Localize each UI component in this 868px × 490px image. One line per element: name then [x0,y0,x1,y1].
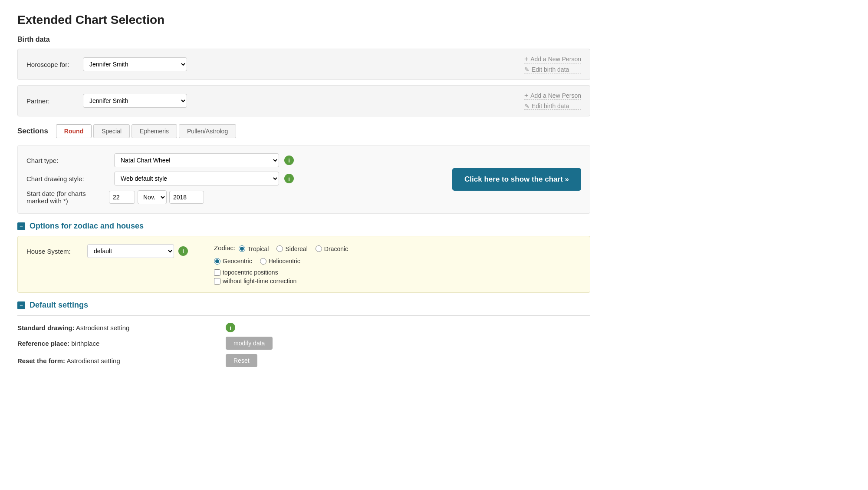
reset-form-row: Reset the form: Astrodienst setting Rese… [17,354,590,367]
options-grid: House System: default Placidus Koch Equa… [26,244,581,285]
start-date-day-input[interactable] [109,191,135,204]
plus-icon-2: + [524,92,528,99]
modify-data-button[interactable]: modify data [226,337,273,350]
edit-icon-1: ✎ [524,66,529,73]
birth-data-section-label: Birth data [17,36,590,43]
start-date-year-input[interactable] [169,191,204,204]
standard-drawing-row: Standard drawing: Astrodienst setting i [17,323,590,332]
house-system-col: House System: default Placidus Koch Equa… [26,244,188,258]
tropical-radio[interactable] [239,245,245,252]
horoscope-select[interactable]: Jennifer Smith [83,57,187,71]
heliocentric-radio[interactable] [260,258,266,265]
geocentric-option[interactable]: Geocentric [214,258,252,265]
standard-drawing-label: Standard drawing: Astrodienst setting [17,324,226,331]
add-new-person-link-2[interactable]: + Add a New Person [524,92,581,100]
horoscope-label: Horoscope for: [26,61,83,68]
house-system-info-icon[interactable]: i [178,246,188,256]
partner-actions: + Add a New Person ✎ Edit birth data [524,92,581,110]
partner-label: Partner: [26,97,83,105]
tab-pullen[interactable]: Pullen/Astrolog [179,124,236,138]
default-settings-header[interactable]: − Default settings [17,301,590,310]
zodiac-section-title: Options for zodiac and houses [30,222,144,231]
house-system-label: House System: [26,248,83,255]
edit-birth-data-link-2[interactable]: ✎ Edit birth data [524,103,581,110]
partner-row: Partner: Jennifer Smith + Add a New Pers… [17,85,590,116]
zodiac-label: Zodiac: [214,244,235,252]
reference-place-label: Reference place: birthplace [17,340,226,347]
chart-type-row: Chart type: Natal Chart Wheel Solar Arc … [26,153,581,167]
partner-select[interactable]: Jennifer Smith [83,94,187,108]
checkbox-options: topocentric positions without light-time… [214,269,348,285]
plus-icon-1: + [524,55,528,63]
house-system-select[interactable]: default Placidus Koch Equal [87,244,174,258]
edit-birth-data-link-1[interactable]: ✎ Edit birth data [524,66,581,73]
no-light-time-option[interactable]: without light-time correction [214,278,348,285]
collapse-zodiac-icon: − [17,222,25,230]
no-light-time-checkbox[interactable] [214,278,220,285]
draconic-radio[interactable] [316,245,322,252]
add-new-person-link-1[interactable]: + Add a New Person [524,55,581,63]
topocentric-option[interactable]: topocentric positions [214,269,348,276]
date-inputs: Jan.Feb.Mar. Apr.MayJun. Jul.Aug.Sep. Oc… [109,190,204,204]
show-chart-button[interactable]: Click here to show the chart » [452,168,581,191]
zodiac-col: Zodiac: Tropical Sidereal Draconic [214,244,348,285]
chart-drawing-select[interactable]: Web default style Dark style Classic sty… [114,172,279,185]
tab-round[interactable]: Round [56,124,92,138]
chart-drawing-label: Chart drawing style: [26,175,109,182]
chart-type-info-icon[interactable]: i [284,156,294,165]
default-settings-title: Default settings [30,301,88,310]
sidereal-option[interactable]: Sidereal [276,245,307,252]
reference-place-row: Reference place: birthplace modify data [17,337,590,350]
reset-button[interactable]: Reset [226,354,257,367]
zodiac-main-row: Tropical Sidereal Draconic [239,245,348,252]
zodiac-options-panel: House System: default Placidus Koch Equa… [17,236,590,293]
sections-title: Sections [17,127,48,136]
tropical-option[interactable]: Tropical [239,245,269,252]
reset-form-label: Reset the form: Astrodienst setting [17,357,226,364]
zodiac-section-header[interactable]: − Options for zodiac and houses [17,222,590,231]
horoscope-row: Horoscope for: Jennifer Smith + Add a Ne… [17,49,590,80]
standard-drawing-info-icon[interactable]: i [226,323,235,332]
sections-row: Sections Round Special Ephemeris Pullen/… [17,124,590,138]
position-row: Geocentric Heliocentric [214,258,348,265]
heliocentric-option[interactable]: Heliocentric [260,258,300,265]
chart-selection-panel: Chart type: Natal Chart Wheel Solar Arc … [17,145,590,214]
edit-icon-2: ✎ [524,103,529,109]
collapse-default-icon: − [17,301,25,309]
start-date-month-select[interactable]: Jan.Feb.Mar. Apr.MayJun. Jul.Aug.Sep. Oc… [138,190,167,204]
page-title: Extended Chart Selection [17,13,590,27]
horoscope-actions: + Add a New Person ✎ Edit birth data [524,55,581,73]
default-settings-panel: Standard drawing: Astrodienst setting i … [17,315,590,367]
draconic-option[interactable]: Draconic [316,245,348,252]
topocentric-checkbox[interactable] [214,269,220,276]
sidereal-radio[interactable] [276,245,283,252]
geocentric-radio[interactable] [214,258,220,265]
tab-special[interactable]: Special [93,124,130,138]
start-date-label: Start date (for charts marked with *) [26,190,109,205]
chart-type-label: Chart type: [26,157,109,164]
chart-drawing-info-icon[interactable]: i [284,174,294,183]
start-date-row: Start date (for charts marked with *) Ja… [26,190,581,205]
tab-ephemeris[interactable]: Ephemeris [132,124,177,138]
chart-type-select[interactable]: Natal Chart Wheel Solar Arc Secondary Pr… [114,153,279,167]
